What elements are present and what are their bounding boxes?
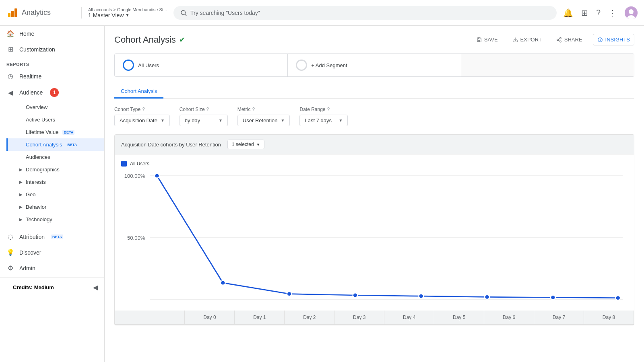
date-range-help-icon[interactable]: ? — [327, 107, 330, 112]
cohort-size-help-icon[interactable]: ? — [206, 107, 209, 112]
table-header-row: Day 0 Day 1 Day 2 Day 3 Day 4 Day 5 Day … — [115, 311, 634, 325]
insights-icon — [597, 37, 603, 43]
avatar[interactable] — [625, 6, 638, 19]
demographics-label: Demographics — [26, 167, 60, 173]
cohort-size-select[interactable]: by day ▼ — [180, 115, 228, 126]
svg-text:50.00%: 50.00% — [127, 236, 145, 241]
date-range-label: Date Range ? — [299, 107, 348, 112]
sidebar-item-audience[interactable]: ◀ Audience 1 — [0, 84, 104, 101]
chart-header: Acquisition Date cohorts by User Retenti… — [115, 135, 634, 154]
cohort-beta-badge: BETA — [66, 142, 78, 147]
page-title: Cohort Analysis — [114, 35, 176, 45]
help-icon[interactable]: ? — [596, 8, 601, 17]
controls-row: Cohort Type ? Acquisition Date ▼ Cohort … — [114, 107, 634, 126]
audience-icon: ◀ — [6, 89, 14, 97]
sidebar-sub-item-geo[interactable]: ▶ Geo — [6, 188, 104, 201]
svg-point-5 — [557, 39, 559, 41]
notifications-icon[interactable]: 🔔 — [563, 8, 573, 18]
sidebar-sub-item-overview[interactable]: Overview — [6, 101, 104, 113]
overview-label: Overview — [26, 104, 47, 110]
export-button[interactable]: EXPORT — [508, 34, 546, 45]
search-bar[interactable]: Try searching "Users today" — [173, 6, 557, 20]
segment-add[interactable]: + Add Segment — [288, 54, 461, 76]
svg-text:Day 0: Day 0 — [150, 303, 164, 304]
selected-label: 1 selected — [232, 142, 254, 147]
svg-text:Day 4: Day 4 — [414, 303, 428, 304]
share-button[interactable]: SHARE — [552, 34, 586, 45]
selected-button[interactable]: 1 selected ▼ — [227, 140, 265, 149]
save-button[interactable]: SAVE — [472, 34, 502, 45]
attribution-icon: ◌ — [6, 233, 14, 241]
breadcrumb-top: All accounts > Google Merchandise St... — [88, 7, 167, 12]
apps-icon[interactable]: ⊞ — [581, 8, 588, 18]
lifetime-value-label: Lifetime Value — [26, 129, 58, 135]
svg-text:Day 6: Day 6 — [546, 303, 560, 304]
metric-select[interactable]: User Retention ▼ — [237, 115, 290, 126]
sidebar-discover-label: Discover — [19, 249, 41, 256]
header-actions: SAVE EXPORT SHARE — [472, 34, 634, 45]
cohort-analysis-label: Cohort Analysis — [26, 142, 62, 148]
date-range-arrow-icon: ▼ — [339, 118, 343, 123]
sidebar-item-realtime[interactable]: ◷ Realtime — [0, 68, 104, 84]
table-col-day7: Day 7 — [534, 311, 584, 324]
search-placeholder: Try searching "Users today" — [190, 10, 260, 16]
insights-button[interactable]: INSIGHTS — [593, 34, 634, 45]
date-range-control: Date Range ? Last 7 days ▼ — [299, 107, 348, 126]
insights-label: INSIGHTS — [605, 37, 630, 43]
audience-step-badge: 1 — [50, 88, 59, 97]
cohort-type-help-icon[interactable]: ? — [142, 107, 145, 112]
sidebar-sub-item-lifetime-value[interactable]: Lifetime Value BETA — [6, 126, 104, 138]
content-area: Cohort Analysis ✔ SAVE EXPORT — [105, 26, 644, 362]
sidebar-item-discover[interactable]: 💡 Discover — [0, 245, 104, 260]
sidebar-sub-item-audiences[interactable]: Audiences — [6, 151, 104, 163]
metric-value: User Retention — [243, 117, 278, 123]
cohort-type-arrow-icon: ▼ — [161, 118, 165, 123]
segment-all-users-label: All Users — [138, 62, 159, 68]
table-col-day2: Day 2 — [285, 311, 334, 324]
sidebar-item-home[interactable]: 🏠 Home — [0, 26, 104, 41]
realtime-icon: ◷ — [6, 72, 14, 80]
sidebar-sub-item-behavior[interactable]: ▶ Behavior — [6, 201, 104, 213]
attribution-beta-badge: BETA — [51, 234, 63, 239]
table-col-day6: Day 6 — [484, 311, 534, 324]
discover-icon: 💡 — [6, 249, 14, 256]
tab-cohort-analysis[interactable]: Cohort Analysis — [114, 85, 163, 99]
segment-circle-blue — [123, 60, 134, 71]
sidebar-collapse-icon[interactable]: ◀ — [93, 284, 98, 291]
breadcrumb-area: All accounts > Google Merchandise St... … — [81, 7, 167, 19]
cohort-size-control: Cohort Size ? by day ▼ — [180, 107, 228, 126]
audiences-label: Audiences — [26, 154, 50, 160]
svg-point-4 — [560, 37, 561, 39]
sidebar-item-admin[interactable]: ⚙ Admin — [0, 260, 104, 276]
sidebar-item-attribution[interactable]: ◌ Attribution BETA — [0, 229, 104, 245]
export-icon — [512, 37, 518, 43]
date-range-value: Last 7 days — [305, 117, 332, 123]
svg-text:100.00%: 100.00% — [124, 174, 145, 179]
interests-label: Interests — [26, 179, 46, 185]
sidebar-sub-item-demographics[interactable]: ▶ Demographics — [6, 163, 104, 176]
table-col-empty — [115, 311, 185, 324]
sidebar-realtime-label: Realtime — [19, 73, 41, 80]
svg-point-6 — [560, 41, 561, 42]
sidebar-audience-label: Audience — [19, 89, 43, 96]
view-selector[interactable]: 1 Master View ▼ — [88, 12, 167, 19]
chart-svg: 100.00% 50.00% Day 0 Day 1 Day 2 Day 3 D… — [121, 171, 627, 304]
metric-arrow-icon: ▼ — [281, 118, 285, 123]
segment-circle-gray — [296, 60, 307, 71]
cohort-type-select[interactable]: Acquisition Date ▼ — [114, 115, 170, 126]
sidebar-sub-item-technology[interactable]: ▶ Technology — [6, 213, 104, 226]
sidebar-sub-item-active-users[interactable]: Active Users — [6, 113, 104, 126]
sidebar-sub-item-cohort-analysis[interactable]: Cohort Analysis BETA — [6, 138, 104, 151]
svg-point-22 — [221, 281, 225, 285]
date-range-select[interactable]: Last 7 days ▼ — [299, 115, 348, 126]
metric-help-icon[interactable]: ? — [252, 107, 255, 112]
segment-all-users[interactable]: All Users — [115, 54, 288, 76]
svg-point-25 — [419, 294, 423, 298]
sidebar-sub-item-interests[interactable]: ▶ Interests — [6, 176, 104, 188]
sidebar-attribution-label: Attribution — [19, 234, 45, 240]
active-users-label: Active Users — [26, 117, 55, 123]
more-vert-icon[interactable]: ⋮ — [609, 8, 617, 18]
metric-label: Metric ? — [237, 107, 290, 112]
sidebar-item-customization[interactable]: ⊞ Customization — [0, 41, 104, 57]
share-icon — [556, 37, 562, 43]
